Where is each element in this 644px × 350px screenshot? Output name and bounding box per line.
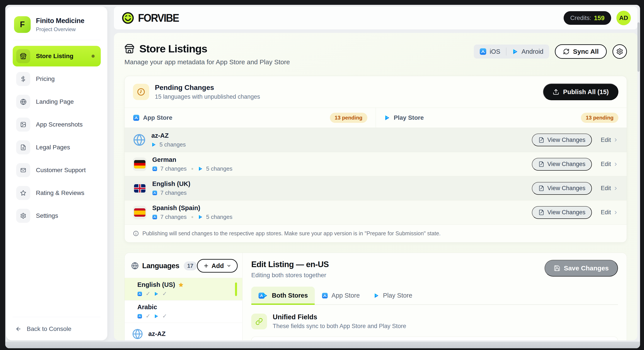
refresh-icon — [563, 48, 570, 55]
globe-icon — [131, 262, 139, 270]
sidebar-item-customer-support[interactable]: Customer Support — [13, 160, 101, 181]
edit-listing-title: Edit Listing — en-US — [251, 260, 329, 269]
pending-row-german[interactable]: German 7 changes 5 changes — [125, 152, 627, 176]
page-subtitle: Manage your app metadata for App Store a… — [124, 58, 290, 66]
project-name: Finito Medicine — [36, 17, 84, 25]
languages-title: Languages — [142, 262, 180, 270]
uk-flag — [133, 182, 146, 195]
language-item-name: az-AZ — [148, 330, 166, 337]
sidebar: F Finito Medicine Project Overview Store… — [6, 7, 107, 340]
view-changes-button[interactable]: View Changes — [532, 133, 592, 146]
topbar: FORVIBE Credits: 159 AD — [114, 7, 638, 29]
edit-button[interactable]: Edit — [601, 137, 618, 143]
sidebar-item-rating-reviews[interactable]: Rating & Reviews — [13, 183, 101, 203]
play-store-icon — [512, 49, 518, 55]
language-item-english-us[interactable]: English (US) ✓ ✓ — [125, 278, 242, 300]
back-to-console-label: Back to Console — [27, 325, 72, 332]
pending-row-english-uk[interactable]: English (UK) 7 changes View Changes — [125, 176, 627, 200]
platform-android[interactable]: Android — [512, 48, 544, 55]
tab-both-stores[interactable]: Both Stores — [251, 287, 315, 304]
save-changes-button[interactable]: Save Changes — [544, 260, 618, 277]
app-window: F Finito Medicine Project Overview Store… — [5, 5, 640, 348]
check-icon: ✓ — [162, 313, 167, 319]
sidebar-item-app-screenshots[interactable]: App Screenshots — [13, 114, 101, 135]
dollar-icon — [16, 72, 30, 86]
sync-all-label: Sync All — [573, 48, 599, 55]
view-changes-button[interactable]: View Changes — [532, 158, 592, 170]
page-heading-row: Store Listings Manage your app metadata … — [124, 43, 627, 66]
sidebar-item-pricing[interactable]: Pricing — [13, 69, 101, 89]
sync-all-button[interactable]: Sync All — [555, 44, 607, 59]
check-icon: ✓ — [162, 290, 167, 297]
upload-icon — [553, 89, 559, 95]
selected-indicator-bar — [235, 282, 237, 296]
sidebar-nav: Store Listing Pricing Landing Page App S… — [13, 46, 101, 226]
publish-all-label: Publish All (15) — [563, 88, 609, 96]
app-store-icon — [480, 48, 486, 55]
scrollbar-thumb[interactable] — [638, 22, 640, 72]
back-to-console-button[interactable]: Back to Console — [13, 324, 101, 334]
languages-header: Languages 17 Add — [125, 253, 242, 278]
app-changes-count: 7 changes — [160, 190, 187, 196]
play-store-icon — [154, 291, 159, 296]
germany-flag — [133, 157, 146, 171]
tab-play-store[interactable]: Play Store — [367, 287, 419, 304]
edit-button[interactable]: Edit — [601, 185, 618, 192]
pending-row-spanish-spain[interactable]: Spanish (Spain) 7 changes 5 changes — [125, 200, 627, 224]
edit-button[interactable]: Edit — [601, 209, 618, 216]
check-icon: ✓ — [146, 313, 150, 319]
pending-row-az-az[interactable]: az-AZ 5 changes View Changes — [125, 128, 627, 152]
credits-pill: Credits: 159 — [564, 11, 611, 25]
view-changes-label: View Changes — [548, 209, 586, 216]
platform-indicator: iOS Android — [474, 45, 549, 59]
sidebar-item-landing-page[interactable]: Landing Page — [13, 91, 101, 112]
app-store-column-header: App Store 13 pending — [125, 108, 376, 128]
brand-wordmark: FORVIBE — [138, 12, 179, 24]
platform-ios[interactable]: iOS — [480, 48, 500, 55]
globe-icon — [132, 328, 143, 339]
sidebar-item-store-listing[interactable]: Store Listing — [13, 46, 101, 66]
file-diff-icon — [538, 210, 544, 215]
publish-all-button[interactable]: Publish All (15) — [543, 84, 618, 100]
sidebar-item-settings[interactable]: Settings — [13, 206, 101, 226]
save-changes-label: Save Changes — [564, 264, 609, 272]
sidebar-item-label: App Screenshots — [36, 121, 82, 128]
gear-icon — [616, 48, 623, 55]
edit-label: Edit — [601, 209, 611, 216]
settings-button[interactable] — [612, 44, 627, 59]
dot-separator — [192, 168, 193, 170]
save-icon — [554, 265, 560, 271]
clock-icon — [133, 84, 149, 100]
view-changes-label: View Changes — [548, 161, 586, 167]
view-changes-button[interactable]: View Changes — [532, 206, 592, 219]
play-store-icon — [151, 142, 156, 147]
image-icon — [16, 118, 30, 132]
tab-app-store[interactable]: App Store — [315, 287, 367, 304]
sidebar-item-label: Legal Pages — [36, 144, 70, 151]
language-item-arabic[interactable]: Arabic ✓ ✓ — [125, 300, 242, 323]
field-card-partial — [251, 337, 618, 340]
page-heading: Store Listings Manage your app metadata … — [124, 43, 290, 66]
avatar[interactable]: AD — [616, 11, 631, 25]
app-store-header-label: App Store — [143, 114, 172, 121]
sidebar-item-label: Customer Support — [36, 167, 86, 174]
tab-label: App Store — [332, 292, 360, 299]
language-item-az-az[interactable]: az-AZ — [125, 323, 242, 340]
edit-listing-panel: Edit Listing — en-US Editing both stores… — [242, 253, 627, 340]
play-store-icon — [154, 314, 159, 319]
link-icon — [251, 314, 267, 329]
listing-editor-section: Languages 17 Add Englis — [124, 253, 627, 340]
sidebar-footer-divider — [13, 317, 101, 317]
sidebar-item-label: Pricing — [36, 75, 55, 82]
unified-fields-subtitle: These fields sync to both App Store and … — [273, 323, 406, 330]
storefront-icon — [16, 49, 30, 63]
store-columns-header: App Store 13 pending Play Store 13 pendi… — [125, 108, 627, 128]
edit-button[interactable]: Edit — [601, 161, 618, 167]
project-header: F Finito Medicine Project Overview — [13, 15, 101, 33]
sidebar-item-legal-pages[interactable]: Legal Pages — [13, 137, 101, 158]
chevron-down-icon — [226, 263, 231, 268]
play-store-icon — [198, 166, 203, 171]
globe-icon — [16, 95, 30, 109]
view-changes-button[interactable]: View Changes — [532, 182, 592, 195]
add-language-button[interactable]: Add — [197, 259, 238, 273]
